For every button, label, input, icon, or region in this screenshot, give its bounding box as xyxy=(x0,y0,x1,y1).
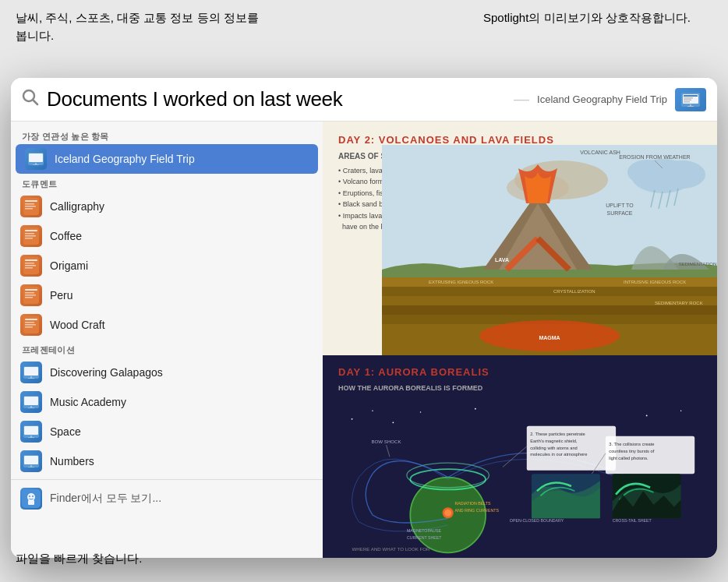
item-label-galapagos: Discovering Galapagos xyxy=(50,366,163,379)
svg-rect-32 xyxy=(25,295,36,296)
svg-rect-15 xyxy=(25,200,37,202)
svg-rect-5 xyxy=(684,97,693,99)
svg-rect-38 xyxy=(25,326,33,328)
preview-doc-icon xyxy=(675,88,706,111)
item-label-woodcraft: Wood Craft xyxy=(50,319,105,331)
show-all-finder[interactable]: Finder에서 모두 보기... xyxy=(11,483,323,514)
svg-text:SEDIMENTARY ROCK: SEDIMENTARY ROCK xyxy=(655,301,703,305)
svg-point-95 xyxy=(646,415,648,417)
svg-point-94 xyxy=(475,408,476,410)
item-label-music: Music Academy xyxy=(50,396,126,408)
search-icon xyxy=(22,89,39,111)
svg-text:BOW SHOCK: BOW SHOCK xyxy=(371,439,401,444)
tooltip-top-right: Spotlight의 미리보기와 상호작용합니다. xyxy=(483,9,701,27)
svg-text:molecules in our atmosphere: molecules in our atmosphere xyxy=(530,452,587,457)
finder-icon xyxy=(20,488,42,510)
show-all-label: Finder에서 모두 보기... xyxy=(50,492,161,506)
svg-point-92 xyxy=(392,422,394,423)
aurora-svg-wrap: 2. These particles penetrate Earth's mag… xyxy=(338,395,701,558)
result-item-space[interactable]: Space xyxy=(11,417,323,446)
svg-text:LAVA: LAVA xyxy=(495,257,509,263)
section-label-top: 가장 연관성 높은 항목 xyxy=(11,126,323,144)
svg-rect-31 xyxy=(25,292,34,294)
keynote-icon xyxy=(25,148,47,170)
svg-point-102 xyxy=(444,510,451,517)
svg-text:EXTRUSING IGNEOUS ROCK: EXTRUSING IGNEOUS ROCK xyxy=(429,280,493,284)
svg-point-91 xyxy=(372,411,373,411)
svg-rect-26 xyxy=(25,263,34,264)
preview-section-aurora: DAY 1: AURORA BOREALIS HOW THE AURORA BO… xyxy=(323,355,717,558)
result-item-numbers[interactable]: Numbers xyxy=(11,446,323,476)
item-label-iceland: Iceland Geography Field Trip xyxy=(55,153,195,165)
svg-text:CROSS-TAIL SHEET: CROSS-TAIL SHEET xyxy=(613,518,652,523)
svg-rect-4 xyxy=(684,95,698,97)
pages-icon-calligraphy xyxy=(20,196,42,217)
svg-point-90 xyxy=(352,418,353,420)
keynote-icon-galapagos xyxy=(20,362,42,383)
svg-text:Earth's magnetic shield,: Earth's magnetic shield, xyxy=(530,439,578,443)
svg-rect-30 xyxy=(25,289,37,291)
pages-icon-coffee xyxy=(20,225,42,247)
svg-text:MAGNETOPAUSE: MAGNETOPAUSE xyxy=(407,528,441,533)
left-panel: 가장 연관성 높은 항목 Iceland Geography Field Tri… xyxy=(11,122,323,558)
item-label-numbers: Numbers xyxy=(50,455,94,467)
svg-rect-16 xyxy=(25,203,34,205)
result-item-origami[interactable]: Origami xyxy=(11,251,323,280)
result-item-music[interactable]: Music Academy xyxy=(11,387,323,417)
svg-rect-17 xyxy=(25,206,36,207)
svg-rect-11 xyxy=(29,153,43,162)
preview-subheading-aurora: HOW THE AURORA BOREALIS IS FORMED xyxy=(338,384,701,392)
result-item-woodcraft[interactable]: Wood Craft xyxy=(11,310,323,340)
keynote-icon-numbers xyxy=(20,450,42,472)
svg-rect-44 xyxy=(24,397,38,405)
svg-text:EROSION FROM WEATHER: EROSION FROM WEATHER xyxy=(619,154,690,160)
svg-rect-37 xyxy=(25,324,36,326)
svg-point-63 xyxy=(659,160,705,189)
svg-rect-48 xyxy=(24,426,38,435)
right-panel: DAY 2: VOLCANOES AND LAVA FIELDS AREAS O… xyxy=(323,122,717,558)
svg-rect-6 xyxy=(684,99,691,101)
svg-text:VOLCANIC ASH: VOLCANIC ASH xyxy=(580,150,620,155)
svg-text:SURFACE: SURFACE xyxy=(606,210,632,216)
spotlight-body: 가장 연관성 높은 항목 Iceland Geography Field Tri… xyxy=(11,122,717,558)
svg-rect-23 xyxy=(25,238,33,239)
svg-rect-7 xyxy=(684,101,690,103)
section-label-documents: 도큐멘트 xyxy=(11,174,323,192)
result-item-coffee[interactable]: Coffee xyxy=(11,221,323,251)
svg-point-96 xyxy=(680,411,681,411)
item-label-peru: Peru xyxy=(50,289,73,302)
result-item-peru[interactable]: Peru xyxy=(11,280,323,310)
spotlight-window: Documents I worked on last week — Icelan… xyxy=(11,78,717,558)
search-query[interactable]: Documents I worked on last week xyxy=(47,87,506,111)
tooltip-top-left: 날씨, 주식, 스포츠, 대중 교통 정보 등의 정보를 봅니다. xyxy=(16,9,273,44)
svg-rect-22 xyxy=(25,235,36,237)
svg-rect-25 xyxy=(25,259,37,261)
svg-rect-77 xyxy=(382,305,717,315)
svg-point-58 xyxy=(29,496,30,497)
pages-icon-peru xyxy=(20,284,42,306)
svg-rect-28 xyxy=(25,267,33,269)
svg-point-59 xyxy=(32,496,34,497)
result-item-calligraphy[interactable]: Calligraphy xyxy=(11,192,323,221)
svg-rect-33 xyxy=(25,297,33,298)
svg-rect-36 xyxy=(25,322,34,323)
svg-rect-35 xyxy=(25,319,37,320)
svg-text:MAGMA: MAGMA xyxy=(539,335,560,340)
svg-point-93 xyxy=(420,411,421,412)
search-bar: Documents I worked on last week — Icelan… xyxy=(11,78,717,122)
item-label-origami: Origami xyxy=(50,259,88,272)
item-label-space: Space xyxy=(50,425,81,438)
preview-heading-aurora: DAY 1: AURORA BOREALIS xyxy=(338,366,701,378)
svg-text:colliding with atoms and: colliding with atoms and xyxy=(530,446,578,450)
svg-text:WHERE AND WHAT TO LOOK FOR: WHERE AND WHAT TO LOOK FOR xyxy=(352,546,430,552)
item-label-coffee: Coffee xyxy=(50,230,82,242)
result-item-galapagos[interactable]: Discovering Galapagos xyxy=(11,358,323,387)
preview-content: DAY 2: VOLCANOES AND LAVA FIELDS AREAS O… xyxy=(323,122,717,558)
preview-section-volcanoes: DAY 2: VOLCANOES AND LAVA FIELDS AREAS O… xyxy=(323,122,717,355)
svg-rect-57 xyxy=(28,500,34,505)
search-preview-title: Iceland Geography Field Trip xyxy=(537,93,667,105)
svg-text:2. These particles penetrate: 2. These particles penetrate xyxy=(530,432,585,436)
item-label-calligraphy: Calligraphy xyxy=(50,200,104,213)
svg-text:OPEN-CLOSED BOUNDARY: OPEN-CLOSED BOUNDARY xyxy=(510,518,564,523)
result-item-iceland[interactable]: Iceland Geography Field Trip xyxy=(16,144,318,174)
